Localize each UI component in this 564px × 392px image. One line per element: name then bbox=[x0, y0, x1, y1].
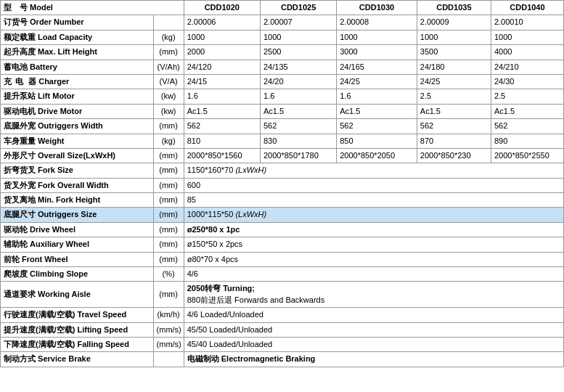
spec-table: 型 号 ModelCDD1020CDD1025CDD1030CDD1035CDD… bbox=[0, 0, 564, 367]
row-value-0: 2.00006 bbox=[184, 15, 260, 30]
table-row: 货叉离地 Min. Fork Height(mm)85 bbox=[1, 193, 564, 208]
row-label: 制动方式 Service Brake bbox=[1, 352, 154, 367]
row-label: 蓄电池 Battery bbox=[1, 60, 154, 74]
row-unit: (mm) bbox=[153, 208, 184, 222]
row-unit: (mm) bbox=[153, 45, 184, 60]
table-row: 行驶速度(满载/空载) Travel Speed(km/h)4/6 Loaded… bbox=[1, 308, 564, 322]
row-value-3: 3500 bbox=[417, 45, 491, 60]
row-value-1: 830 bbox=[260, 134, 336, 148]
table-row: 充 电 器 Charger(V/A)24/1524/2024/2524/2524… bbox=[1, 74, 564, 89]
row-unit: (km/h) bbox=[153, 308, 184, 322]
row-unit: (V/A) bbox=[153, 74, 184, 89]
header-model: 型 号 Model bbox=[1, 1, 184, 15]
row-value-0: 810 bbox=[184, 134, 260, 148]
row-unit: (%) bbox=[153, 267, 184, 282]
row-unit: (mm) bbox=[153, 119, 184, 134]
row-value-1: 562 bbox=[260, 119, 336, 134]
row-value-3: 1000 bbox=[417, 30, 491, 44]
row-value-0: 1000 bbox=[184, 30, 260, 44]
row-span-value: 4/6 bbox=[184, 267, 563, 282]
row-label: 辅助轮 Auxiliary Wheel bbox=[1, 237, 154, 252]
table-row: 起升高度 Max. Lift Height(mm)200025003000350… bbox=[1, 45, 564, 60]
row-label: 货叉外宽 Fork Overall Width bbox=[1, 178, 154, 192]
row-span-value: 2050转弯 Turning;880前进后退 Forwards and Back… bbox=[184, 282, 563, 308]
header-col-5: CDD1040 bbox=[491, 1, 563, 15]
row-span-value: 1150*160*70 (LxWxH) bbox=[184, 163, 563, 178]
row-unit: (kg) bbox=[153, 30, 184, 44]
row-unit: (kw) bbox=[153, 104, 184, 118]
table-row: 制动方式 Service Brake电磁制动 Electromagnetic B… bbox=[1, 352, 564, 367]
row-label: 订货号 Order Number bbox=[1, 15, 154, 30]
row-value-2: 3000 bbox=[337, 45, 417, 60]
row-label: 底腿外宽 Outriggers Width bbox=[1, 119, 154, 134]
row-unit: (mm) bbox=[153, 163, 184, 178]
row-label: 底腿尺寸 Outriggers Size bbox=[1, 208, 154, 222]
row-span-value: 1000*115*50 (LxWxH) bbox=[184, 208, 563, 222]
table-row: 车身重量 Weight(kg)810830850870890 bbox=[1, 134, 564, 148]
row-value-4: 1000 bbox=[491, 30, 563, 44]
header-col-2: CDD1025 bbox=[260, 1, 336, 15]
row-value-1: 1.6 bbox=[260, 89, 336, 104]
row-unit: (mm) bbox=[153, 193, 184, 208]
row-value-2: 850 bbox=[337, 134, 417, 148]
row-value-3: 2.00009 bbox=[417, 15, 491, 30]
row-value-2: 24/165 bbox=[337, 60, 417, 74]
row-value-0: 24/120 bbox=[184, 60, 260, 74]
row-unit: (kg) bbox=[153, 134, 184, 148]
row-value-1: Ac1.5 bbox=[260, 104, 336, 118]
row-label: 前轮 Front Wheel bbox=[1, 252, 154, 266]
row-value-2: 1000 bbox=[337, 30, 417, 44]
header-col-3: CDD1030 bbox=[337, 1, 417, 15]
header-col-1: CDD1020 bbox=[184, 1, 260, 15]
table-row: 通道要求 Working Aisle(mm)2050转弯 Turning;880… bbox=[1, 282, 564, 308]
row-value-2: 24/25 bbox=[337, 74, 417, 89]
row-unit: (mm/s) bbox=[153, 337, 184, 351]
table-row: 外形尺寸 Overall Size(LxWxH)(mm)2000*850*156… bbox=[1, 148, 564, 163]
row-value-3: 562 bbox=[417, 119, 491, 134]
row-label: 提升泵站 Lift Motor bbox=[1, 89, 154, 104]
row-value-1: 2500 bbox=[260, 45, 336, 60]
row-label: 通道要求 Working Aisle bbox=[1, 282, 154, 308]
row-value-4: 2000*850*2550 bbox=[491, 148, 563, 163]
row-value-0: 24/15 bbox=[184, 74, 260, 89]
row-value-4: 24/30 bbox=[491, 74, 563, 89]
row-value-2: 2.00008 bbox=[337, 15, 417, 30]
row-span-value: 600 bbox=[184, 178, 563, 192]
table-row: 蓄电池 Battery(V/Ah)24/12024/13524/16524/18… bbox=[1, 60, 564, 74]
row-span-value: ø80*70 x 4pcs bbox=[184, 252, 563, 266]
table-row: 底腿外宽 Outriggers Width(mm)562562562562562 bbox=[1, 119, 564, 134]
row-label: 驱动电机 Drive Motor bbox=[1, 104, 154, 118]
row-value-2: 562 bbox=[337, 119, 417, 134]
row-value-0: Ac1.5 bbox=[184, 104, 260, 118]
row-value-3: 2000*850*230 bbox=[417, 148, 491, 163]
row-unit: (mm) bbox=[153, 222, 184, 237]
row-unit: (kw) bbox=[153, 89, 184, 104]
row-unit: (V/Ah) bbox=[153, 60, 184, 74]
table-row: 订货号 Order Number2.000062.000072.000082.0… bbox=[1, 15, 564, 30]
row-value-1: 24/20 bbox=[260, 74, 336, 89]
table-row: 驱动轮 Drive Wheel(mm)ø250*80 x 1pc bbox=[1, 222, 564, 237]
row-unit: (mm/s) bbox=[153, 322, 184, 337]
row-span-value: ø250*80 x 1pc bbox=[184, 222, 563, 237]
row-span-value: 85 bbox=[184, 193, 563, 208]
row-value-4: 562 bbox=[491, 119, 563, 134]
row-label: 爬坡度 Climbing Slope bbox=[1, 267, 154, 282]
row-value-3: 870 bbox=[417, 134, 491, 148]
row-span-value: ø150*50 x 2pcs bbox=[184, 237, 563, 252]
row-unit: (mm) bbox=[153, 252, 184, 266]
row-value-0: 1.6 bbox=[184, 89, 260, 104]
row-value-4: 2.5 bbox=[491, 89, 563, 104]
row-value-3: Ac1.5 bbox=[417, 104, 491, 118]
table-row: 货叉外宽 Fork Overall Width(mm)600 bbox=[1, 178, 564, 192]
row-label: 折弯货叉 Fork Size bbox=[1, 163, 154, 178]
row-value-0: 562 bbox=[184, 119, 260, 134]
row-value-1: 1000 bbox=[260, 30, 336, 44]
row-value-3: 24/180 bbox=[417, 60, 491, 74]
row-value-1: 2000*850*1780 bbox=[260, 148, 336, 163]
row-span-value: 45/50 Loaded/Unloaded bbox=[184, 322, 563, 337]
row-label: 货叉离地 Min. Fork Height bbox=[1, 193, 154, 208]
row-value-4: 24/210 bbox=[491, 60, 563, 74]
table-row: 辅助轮 Auxiliary Wheel(mm)ø150*50 x 2pcs bbox=[1, 237, 564, 252]
row-value-2: 2000*850*2050 bbox=[337, 148, 417, 163]
row-value-3: 24/25 bbox=[417, 74, 491, 89]
